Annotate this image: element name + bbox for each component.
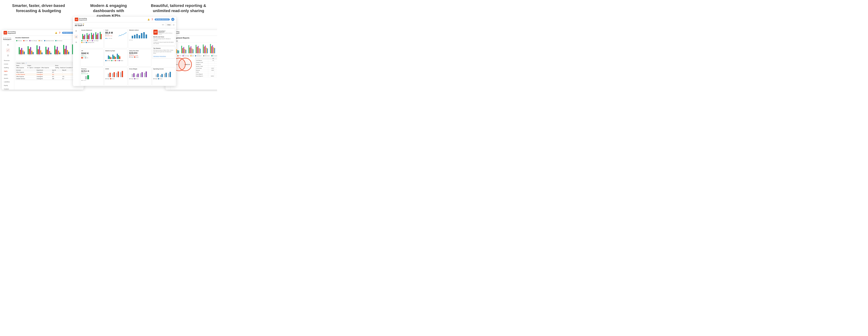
detail-row-3: Office Expense Unassigned 627 176 (16, 75, 83, 77)
dashboard-panel: AD AccountingDepartment 🔔 ❓ ME Martin El… (73, 17, 176, 86)
cell-hc-vals (208, 63, 217, 65)
svg-rect-122 (199, 48, 200, 53)
headline-right: Beautiful, tailored reporting & unlimite… (145, 3, 212, 19)
detail-account-2: ● Office Expense (16, 73, 36, 75)
cell-gmp-m20: 63.8% (208, 75, 214, 77)
more-icon[interactable]: ••• (162, 24, 164, 26)
ap-legend: Jul Jun (81, 57, 102, 59)
tax-link[interactable]: Click here to get tax forms. (153, 56, 166, 57)
income-statement-title: Income Statement (15, 37, 83, 39)
sidebar-forecast-title[interactable]: Forecast ▾ (3, 39, 12, 40)
detail-dept: Unassigned (36, 71, 52, 73)
col-m20: -20 (208, 58, 214, 59)
card-income-statement: Income Statement (80, 28, 103, 48)
detail-apr-2: 301 (52, 73, 62, 75)
sidebar-item-custom[interactable]: Custom (2, 87, 13, 90)
card-op-income-dash: Operating Income Budget (152, 67, 176, 86)
sidebar-item-staffing[interactable]: Staffing (2, 66, 13, 69)
svg-rect-120 (197, 47, 197, 53)
svg-rect-87 (132, 74, 133, 77)
sidebar-icon-home[interactable]: ⊞ (6, 43, 10, 47)
svg-rect-129 (210, 44, 211, 53)
sidebar-item-liabilities[interactable]: Liabilities (2, 80, 13, 83)
card-gross-margin-dash: Gross Margin Budget (128, 67, 151, 86)
bell-icon[interactable]: 🔔 (55, 32, 57, 34)
salaries-chart (105, 52, 126, 60)
expand-icon[interactable]: ⊡ (173, 24, 175, 26)
svg-rect-110 (182, 48, 183, 53)
svg-rect-81 (112, 73, 113, 77)
share-button[interactable]: ↑ Share (165, 24, 172, 26)
dashboard-appbar-right: 🔔 ❓ ME Martin Electronics ME (148, 18, 175, 21)
dashboard-sidebar: ⊞ 📊 ⚙ (73, 28, 80, 86)
svg-rect-73 (115, 57, 116, 59)
sidebar-item-cogs[interactable]: COGS (2, 62, 13, 66)
svg-rect-94 (146, 71, 147, 77)
svg-rect-83 (116, 73, 117, 77)
svg-text:Jul-20: Jul-20 (190, 54, 192, 54)
svg-rect-65 (141, 33, 142, 38)
dashboard-user-badge[interactable]: ME Martin Electronics (155, 19, 170, 21)
svg-rect-46 (82, 34, 83, 39)
svg-rect-5 (21, 48, 22, 54)
svg-rect-86 (122, 71, 123, 77)
dashboard-help-icon[interactable]: ❓ (151, 19, 153, 21)
svg-rect-85 (120, 72, 121, 77)
svg-rect-8 (28, 46, 29, 54)
legend-opex: OpEx (39, 40, 43, 41)
driver-name: Office Expense (16, 66, 27, 69)
sidebar-icon-chart[interactable]: 📈 (6, 48, 10, 52)
svg-rect-132 (213, 47, 214, 53)
svg-rect-11 (31, 51, 32, 54)
detail-col-dept: Department (36, 69, 52, 71)
legend-cogs-c: COGS (87, 40, 91, 41)
legend-revenue: Revenue (16, 40, 22, 41)
svg-rect-79 (108, 74, 109, 77)
card-income-chart (81, 31, 102, 40)
detail-may-2: - (62, 73, 72, 75)
svg-text:Jun-20: Jun-20 (37, 54, 40, 55)
dashboard-bell-icon[interactable]: 🔔 (148, 19, 150, 21)
svg-rect-99 (164, 74, 165, 77)
svg-rect-98 (161, 74, 163, 77)
legend-gm-c: Gross Margin (92, 40, 99, 41)
card-salary-run: Salary Run Rate $150,833 $299,167 $(148,… (128, 49, 151, 66)
svg-rect-69 (109, 56, 110, 59)
card-website-title: Website visitors (129, 30, 150, 31)
acct-logo: AD (153, 30, 158, 35)
detail-table: Account Department Apr-20 May-20 Jun-20 … (16, 69, 83, 80)
svg-rect-106 (176, 49, 177, 53)
dash-icon-1[interactable]: ⊞ (74, 29, 78, 33)
sidebar-item-assets[interactable]: Assets (2, 77, 13, 80)
sidebar-item-revenue[interactable]: Revenue (2, 59, 13, 62)
sidebar-item-other[interactable]: Other (2, 73, 13, 76)
page-wrapper: Smarter, faster, driver-based forecastin… (0, 0, 217, 91)
cell-hc-label: Headcount (195, 63, 208, 65)
help-icon[interactable]: ❓ (59, 32, 61, 34)
dash-icon-3[interactable]: ⚙ (74, 40, 78, 44)
cash-legend: Jul Jun (105, 38, 126, 39)
external-link-icon[interactable]: ↗ (26, 62, 27, 64)
svg-rect-75 (118, 55, 119, 59)
row-cogs-r: COGS $23,387 $27,510 $27,443 $29,856 $15… (195, 71, 217, 73)
svg-rect-13 (36, 45, 37, 54)
sidebar-item-equity[interactable]: Equity (2, 84, 13, 87)
sidebar-item-opex[interactable]: OpEx (2, 69, 13, 73)
detail-col-apr: Apr-20 (52, 69, 62, 71)
svg-rect-68 (108, 56, 109, 59)
sidebar-nav: Revenue COGS Staffing OpEx Other Assets … (2, 59, 14, 90)
dash-icon-2[interactable]: 📊 (74, 35, 78, 39)
cell-gmp-label: Gross Margin % (195, 75, 208, 77)
card-gm-title: Gross Margin (129, 68, 150, 69)
dashboard-title[interactable]: All Staff ▾ (75, 24, 84, 27)
overview-label: Overview (172, 40, 217, 42)
forecast-logo: AD AccountingDepartment (4, 31, 16, 34)
cell-rev-may: $(1,021) (214, 69, 217, 71)
rev-legend: ■ Jul ■ Jun (81, 80, 102, 81)
driver-output: IS · OpEx $ · Unassigned · Office Expens… (27, 66, 54, 69)
sidebar-icon-menu[interactable]: ☰ (6, 54, 10, 58)
cash-change: $0.31 M ▼ 5% (105, 35, 113, 36)
detail-row-1: Office Expense Unassigned 627 - (16, 71, 83, 73)
detail-col-account: Account (16, 69, 36, 71)
cell-cogs-m20 (208, 71, 214, 73)
